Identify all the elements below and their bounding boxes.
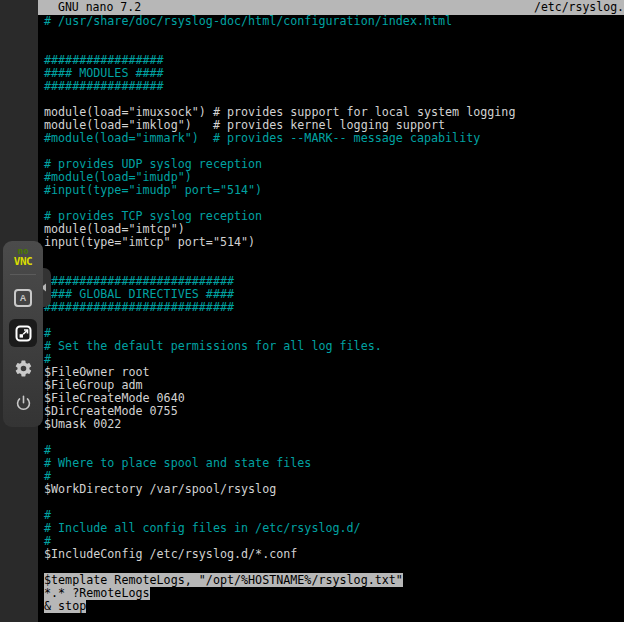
- terminal-screen[interactable]: GNU nano 7.2 /etc/rsyslog. # /usr/share/…: [38, 0, 624, 622]
- file-path-label: /etc/rsyslog.: [534, 0, 624, 15]
- novnc-logo: no VNC: [14, 247, 32, 267]
- fullscreen-icon: [15, 325, 32, 342]
- editor-line: ###########################: [44, 301, 624, 314]
- editor-line: [44, 496, 624, 509]
- editor-line: # Where to place spool and state files: [44, 457, 624, 470]
- editor-line: # Include all config files in /etc/rsysl…: [44, 522, 624, 535]
- power-icon: [14, 394, 33, 413]
- editor-line: $DirCreateMode 0755: [44, 405, 624, 418]
- editor-line: *.* ?RemoteLogs: [44, 587, 624, 600]
- editor-line: input(type="imtcp" port="514"): [44, 236, 624, 249]
- editor-line: & stop: [44, 600, 624, 613]
- power-button[interactable]: [9, 389, 37, 417]
- editor-line: $IncludeConfig /etc/rsyslog.d/*.conf: [44, 548, 624, 561]
- editor-line: [44, 431, 624, 444]
- editor-line: # /usr/share/doc/rsyslog-doc/html/config…: [44, 15, 624, 28]
- editor-line: $WorkDirectory /var/spool/rsyslog: [44, 483, 624, 496]
- settings-button[interactable]: [9, 354, 37, 382]
- editor-line: [44, 249, 624, 262]
- keycap-letter: A: [20, 293, 27, 303]
- editor-line: # Set the default permissions for all lo…: [44, 340, 624, 353]
- novnc-logo-vnc: VNC: [14, 256, 32, 267]
- gear-icon: [14, 359, 33, 378]
- editor-line: [44, 314, 624, 327]
- nano-version-label: GNU nano 7.2: [38, 0, 141, 15]
- keyboard-button[interactable]: A: [9, 284, 37, 312]
- keycap-a-icon: A: [14, 289, 32, 307]
- editor-lines: # /usr/share/doc/rsyslog-doc/html/config…: [44, 15, 624, 613]
- novnc-control-bar: no VNC A: [3, 241, 43, 427]
- nano-titlebar: GNU nano 7.2 /etc/rsyslog.: [38, 0, 624, 15]
- editor-line: #################: [44, 80, 624, 93]
- fullscreen-button[interactable]: [9, 319, 37, 347]
- editor-line: #module(load="immark") # provides --MARK…: [44, 132, 624, 145]
- editor-line: #input(type="imudp" port="514"): [44, 184, 624, 197]
- panel-divider: [10, 274, 36, 275]
- editor-line: [44, 28, 624, 41]
- editor-line: $Umask 0022: [44, 418, 624, 431]
